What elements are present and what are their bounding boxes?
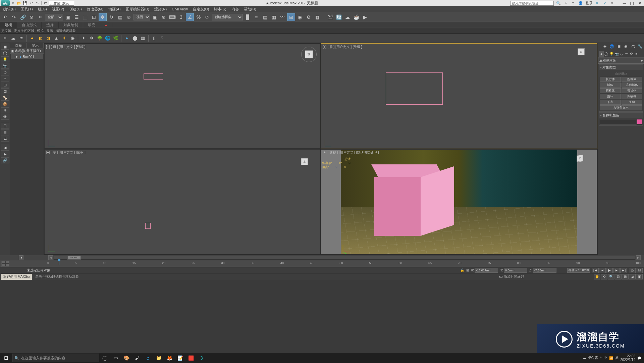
app-firefox-icon[interactable]: 🦊 bbox=[164, 353, 174, 363]
x-coord-input[interactable] bbox=[475, 268, 498, 273]
time-tag-label[interactable]: 添加时间标记 bbox=[504, 274, 524, 279]
tree-icon[interactable]: 🌳 bbox=[96, 35, 103, 42]
play-icon[interactable]: ▶ bbox=[606, 268, 613, 273]
display-tab-icon[interactable]: 🖵 bbox=[630, 44, 636, 50]
sun-icon[interactable]: ☀ bbox=[1, 35, 9, 42]
fov-icon[interactable]: ◢ bbox=[629, 274, 636, 279]
app-explorer-icon[interactable]: 📁 bbox=[154, 353, 164, 363]
menu-tools[interactable]: 工具(T) bbox=[19, 6, 35, 12]
globe-icon[interactable]: 🌐 bbox=[104, 35, 111, 42]
scene-tab-select[interactable]: 选择 bbox=[10, 43, 27, 48]
viewport-layout-button[interactable] bbox=[1, 261, 9, 267]
ribbon-selection[interactable]: 选择 bbox=[42, 22, 59, 28]
coord-display-icon[interactable]: ⊞ bbox=[466, 268, 469, 272]
scene-list[interactable]: 👁 ● Box001 bbox=[10, 54, 44, 255]
ribbon-objpaint[interactable]: 对象绘制 bbox=[59, 22, 83, 28]
render-last-button[interactable]: ▶ bbox=[361, 13, 369, 21]
app-edge-icon[interactable]: e bbox=[143, 353, 153, 363]
redo-icon[interactable]: ↷ bbox=[35, 0, 40, 6]
sync-icon[interactable]: 🔗 bbox=[1, 157, 9, 163]
utilities-tab-icon[interactable]: 🔧 bbox=[637, 44, 643, 50]
rollout-object-type[interactable]: - 对象类型 bbox=[599, 65, 643, 70]
scene-tab-display[interactable]: 显示 bbox=[27, 43, 44, 48]
cat-geometry-icon[interactable]: ● bbox=[599, 51, 604, 57]
area-light-icon[interactable]: ▲ bbox=[53, 35, 60, 42]
percent-snap-button[interactable]: % bbox=[195, 13, 203, 21]
select-all-icon[interactable]: ☐ bbox=[1, 123, 9, 129]
time-prev-icon[interactable]: ◄ bbox=[48, 255, 53, 260]
btn-teapot[interactable]: 茶壶 bbox=[600, 100, 621, 105]
filter-helpers-icon[interactable]: ◇ bbox=[1, 69, 9, 75]
time-scrub-thumb[interactable]: 0 / 100 bbox=[67, 256, 81, 260]
btn-cylinder[interactable]: 圆柱体 bbox=[600, 88, 621, 93]
viewport-perspective[interactable]: [+] [ 透视 ] [用户定义 ] [默认明暗处理 ] 左 总计 多边形:12… bbox=[321, 149, 597, 254]
category-dropdown[interactable]: 标准基本体▾ bbox=[598, 58, 644, 64]
z-coord-input[interactable] bbox=[533, 268, 556, 273]
zoom-extents-icon[interactable]: ⊞ bbox=[622, 274, 629, 279]
menu-group[interactable]: 组(G) bbox=[36, 6, 49, 12]
grass-icon[interactable]: 🌿 bbox=[112, 35, 119, 42]
filter-groups-icon[interactable]: ⊞ bbox=[1, 82, 9, 88]
visibility-icon[interactable]: 👁 bbox=[15, 55, 18, 59]
maximize-icon[interactable]: ▢ bbox=[630, 1, 634, 6]
top-view-box[interactable] bbox=[144, 73, 163, 80]
omni-light-icon[interactable]: ● bbox=[29, 35, 36, 42]
help-search-input[interactable] bbox=[510, 1, 554, 6]
align-button[interactable]: ≡ bbox=[252, 13, 260, 21]
cat-helpers-icon[interactable]: ◇ bbox=[619, 51, 624, 57]
collapse-icon[interactable]: ◀ bbox=[1, 145, 9, 151]
spot-light-icon[interactable]: ◐ bbox=[37, 35, 44, 42]
btn-tube[interactable]: 管状体 bbox=[622, 88, 643, 93]
particle-icon[interactable]: ✦ bbox=[80, 35, 87, 42]
spinner-snap-button[interactable]: ⟳ bbox=[203, 13, 211, 21]
snap-toggle-button[interactable]: 3 bbox=[177, 13, 185, 21]
filter-geom-icon[interactable]: ▣ bbox=[1, 44, 9, 50]
selection-filter[interactable]: 全部 bbox=[45, 14, 63, 20]
select-rotate-button[interactable]: ↻ bbox=[107, 13, 115, 21]
filter-cameras-icon[interactable]: 📷 bbox=[1, 63, 9, 69]
scene-explorer-scrollbar[interactable]: ◄ ◄ 0 / 100 ► bbox=[0, 255, 644, 260]
named-selection-set[interactable]: 创建选择集 bbox=[212, 14, 243, 20]
btn-torus[interactable]: 圆环 bbox=[600, 94, 621, 99]
scroll-left-icon[interactable]: ◄ bbox=[19, 255, 23, 260]
object-name-input[interactable] bbox=[600, 119, 636, 124]
cat-spacewarps-icon[interactable]: 〰 bbox=[624, 51, 629, 57]
menu-grapheditors[interactable]: 图形编辑器(D) bbox=[124, 6, 151, 12]
ribbon-modeling[interactable]: 建模 bbox=[0, 22, 17, 28]
notifications-icon[interactable]: 💬 bbox=[637, 356, 641, 360]
viewport-left-label[interactable]: [+] [ 左 ] [用户定义 ] [线框 ] bbox=[46, 150, 86, 155]
cloud-icon[interactable]: ☁ bbox=[9, 35, 17, 42]
light-5-icon[interactable]: ◉ bbox=[69, 35, 76, 42]
arc-rotate-icon[interactable]: ⟲ bbox=[601, 274, 607, 279]
select-invert-icon[interactable]: ⇄ bbox=[1, 136, 9, 142]
y-coord-input[interactable] bbox=[504, 268, 527, 273]
user-icon[interactable]: 👤 bbox=[578, 0, 583, 6]
btn-plane[interactable]: 平面 bbox=[622, 100, 643, 105]
workspace-selector[interactable]: 工作区: 默认 bbox=[49, 1, 74, 6]
help-icon[interactable]: ? bbox=[602, 0, 607, 6]
curve-editor-button[interactable]: 〰 bbox=[278, 13, 286, 21]
auto-grid-checkbox[interactable]: 自动栅格 bbox=[600, 71, 642, 77]
minimize-icon[interactable]: ─ bbox=[623, 1, 626, 6]
app-logo-icon[interactable]: 3MAX bbox=[1, 0, 10, 6]
render-a360-button[interactable]: ☁ bbox=[343, 13, 352, 21]
time-next-icon[interactable]: ► bbox=[636, 255, 641, 260]
menu-civilview[interactable]: Civil View bbox=[170, 7, 190, 11]
manipulate-button[interactable]: ⊛ bbox=[160, 13, 168, 21]
perspective-render[interactable] bbox=[341, 150, 577, 254]
viewcube-left[interactable]: 左 bbox=[301, 158, 314, 171]
ime-indicator[interactable]: 英 bbox=[615, 356, 619, 360]
menu-animation[interactable]: 动画(A) bbox=[106, 6, 123, 12]
menu-edit[interactable]: 编辑(E) bbox=[1, 6, 18, 12]
render-region-icon[interactable]: ▯ bbox=[150, 35, 158, 42]
project-icon[interactable]: 🗀 bbox=[43, 0, 48, 6]
box-object[interactable] bbox=[379, 164, 457, 235]
menu-modifiers[interactable]: 修改器(M) bbox=[85, 6, 106, 12]
app-wps-icon[interactable]: 🟥 bbox=[186, 353, 196, 363]
btn-textplus[interactable]: 加强型文本 bbox=[600, 105, 642, 110]
prev-frame-icon[interactable]: ◄ bbox=[599, 268, 606, 273]
rect-region-button[interactable]: ⬚ bbox=[81, 13, 89, 21]
filter-containers-icon[interactable]: 📦 bbox=[1, 101, 9, 107]
menu-content[interactable]: 内容 bbox=[229, 6, 241, 12]
material-multi-icon[interactable]: ⬤ bbox=[131, 35, 139, 42]
